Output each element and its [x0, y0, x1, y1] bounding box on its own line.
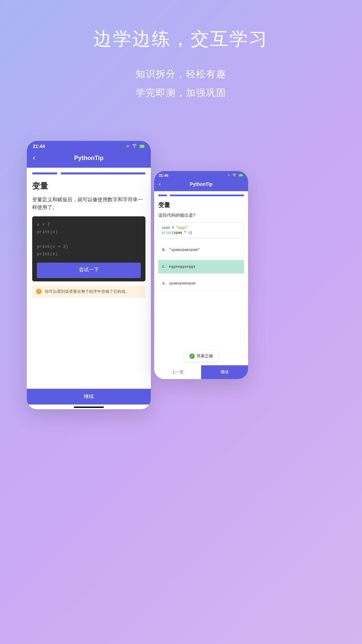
section-description: 变量定义和赋值后，就可以像使用数字和字符串一样使用了。 — [32, 196, 145, 211]
quiz-option[interactable]: B. "spamspamspam" — [158, 243, 244, 257]
progress-bar[interactable] — [158, 195, 244, 196]
back-button[interactable]: ‹ — [33, 154, 35, 162]
signal-icon: ⁘ — [126, 144, 130, 149]
code-block: x = 7 print(x) print(x + 3) print(x) 尝试一… — [32, 216, 145, 281]
info-text: 你可以看到该变量在整个程序中存储了它的值。 — [45, 289, 129, 294]
code-line: x = 7 — [37, 222, 50, 227]
phone-mockup-quiz: 21:44 ⁘ 24 ‹ PythonTip 变量 这段代码的输出是? spam… — [154, 171, 248, 379]
quiz-option-correct[interactable]: C. eggseggseggs — [158, 260, 244, 273]
hero-section: 边学边练，交互学习 知识拆分，轻松有趣 学完即测，加强巩固 — [0, 0, 362, 102]
phone-mockup-lesson: 21:44 ⁘ 24 ‹ PythonTip 变量 变量定义和赋值后，就可以像使… — [27, 141, 151, 409]
phone-header: 21:44 ⁘ 24 ‹ PythonTip — [27, 141, 151, 168]
battery-icon: 24 — [238, 174, 243, 177]
section-title: 变量 — [158, 201, 244, 209]
code-snippet: spam = "eggs" print(spam * 3) — [158, 222, 244, 238]
home-indicator — [74, 407, 104, 408]
quiz-content: 变量 这段代码的输出是? spam = "eggs" print(spam * … — [154, 196, 248, 298]
hero-subtitle-1: 知识拆分，轻松有趣 — [0, 65, 362, 84]
status-icons: ⁘ 24 — [227, 173, 243, 177]
answer-correct-badge: ✓ 答案正确 — [185, 351, 218, 362]
code-line: print(x + 3) — [37, 244, 68, 249]
wifi-icon — [232, 173, 236, 177]
code-line: print(x) — [37, 252, 58, 257]
nav-title: PythonTip — [74, 155, 104, 162]
status-time: 21:44 — [33, 144, 45, 149]
info-banner: ! 你可以看到该变量在整个程序中存储了它的值。 — [32, 285, 145, 298]
bottom-bar: 继续 — [27, 389, 151, 409]
svg-point-1 — [234, 176, 235, 176]
signal-icon: ⁘ — [227, 173, 230, 177]
status-bar: 21:44 ⁘ 24 — [27, 141, 151, 150]
prev-button[interactable]: 上一页 — [154, 365, 201, 379]
hero-subtitle-2: 学完即测，加强巩固 — [0, 84, 362, 102]
progress-bar[interactable] — [32, 172, 145, 174]
continue-button[interactable]: 继续 — [27, 389, 151, 405]
info-icon: ! — [36, 289, 42, 294]
section-title: 变量 — [32, 180, 145, 191]
back-button[interactable]: ‹ — [159, 181, 161, 187]
nav-title: PythonTip — [190, 181, 213, 187]
hero-title: 边学边练，交互学习 — [0, 27, 362, 51]
code-line: print(spam * 3) — [162, 230, 240, 235]
svg-point-0 — [134, 147, 135, 148]
battery-icon: 24 — [139, 145, 145, 148]
bottom-bar: 上一页 继续 — [154, 365, 248, 379]
lesson-content: 变量 变量定义和赋值后，就可以像使用数字和字符串一样使用了。 x = 7 pri… — [27, 174, 151, 304]
continue-button[interactable]: 继续 — [201, 365, 248, 379]
nav-bar: ‹ PythonTip — [154, 178, 248, 191]
quiz-option[interactable]: A. spamspamspam — [158, 277, 244, 290]
status-time: 21:44 — [159, 173, 168, 177]
status-bar: 21:44 ⁘ 24 — [154, 171, 248, 178]
question-text: 这段代码的输出是? — [158, 212, 244, 218]
code-line: print(x) — [37, 229, 58, 234]
status-icons: ⁘ 24 — [126, 144, 145, 149]
code-line: spam = "eggs" — [162, 225, 240, 230]
nav-bar: ‹ PythonTip — [27, 150, 151, 168]
check-icon: ✓ — [189, 354, 195, 359]
try-button[interactable]: 尝试一下 — [37, 263, 141, 278]
phone-header: 21:44 ⁘ 24 ‹ PythonTip — [154, 171, 248, 191]
answer-badge-text: 答案正确 — [197, 353, 213, 359]
progress-thumb[interactable] — [167, 194, 170, 197]
wifi-icon — [132, 144, 137, 149]
